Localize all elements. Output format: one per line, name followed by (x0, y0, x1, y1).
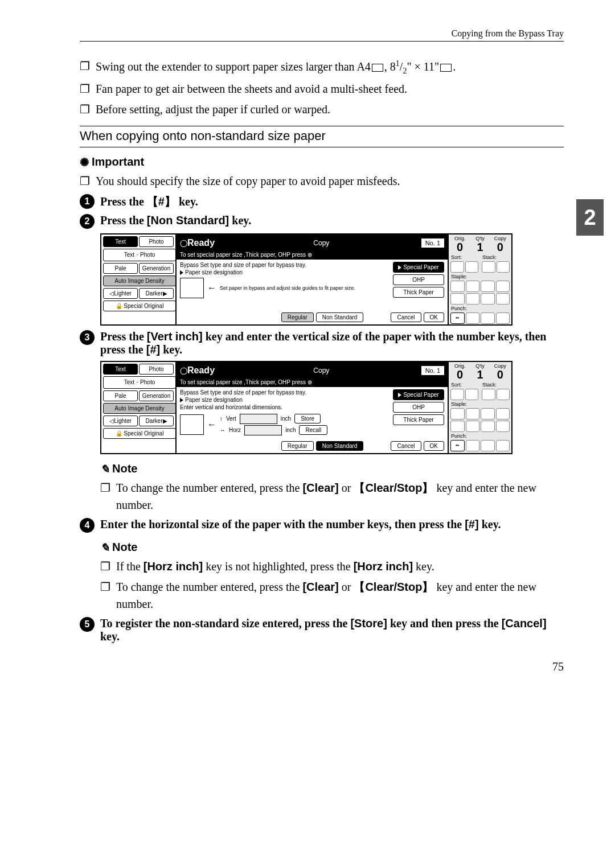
special-paper-button[interactable]: Special Paper (393, 262, 444, 273)
note-icon: ✎ (100, 462, 110, 476)
ohp-button[interactable]: OHP (393, 402, 444, 413)
bullet-text: Swing out the extender to support paper … (96, 57, 456, 77)
step-text: Enter the horizontal size of the paper w… (100, 518, 564, 533)
punch-option-button[interactable]: ⦁⦁ (450, 440, 465, 451)
staple-option-button[interactable] (450, 421, 465, 432)
copy-count: 0 (490, 241, 510, 253)
punch-option-button[interactable] (481, 440, 495, 451)
note-label: Note (112, 462, 137, 475)
horz-input[interactable] (244, 425, 282, 435)
text-photo-button[interactable]: Text・Photo (103, 376, 176, 389)
staple-option-button[interactable] (481, 281, 495, 292)
staple-option-button[interactable] (496, 293, 510, 305)
lighter-button[interactable]: ◁Lighter (103, 416, 138, 426)
tray-diagram-icon (180, 278, 204, 298)
cancel-button[interactable]: Cancel (391, 312, 421, 322)
staple-option-button[interactable] (466, 293, 480, 305)
darker-button[interactable]: Darker▶ (139, 288, 174, 299)
arrow-left-icon: ← (207, 419, 216, 430)
staple-option-button[interactable] (481, 408, 495, 419)
darker-button[interactable]: Darker▶ (139, 416, 174, 426)
enter-dims-label: Enter vertical and horizontal dimensions… (180, 404, 390, 410)
recall-button[interactable]: Recall (299, 425, 327, 435)
staple-option-button[interactable] (450, 408, 465, 419)
staple-option-button[interactable] (466, 421, 480, 432)
generation-button[interactable]: Generation (139, 263, 174, 274)
punch-option-button[interactable] (466, 440, 480, 451)
thick-paper-button[interactable]: Thick Paper (393, 287, 444, 298)
lighter-button[interactable]: ◁Lighter (103, 288, 138, 299)
punch-option-button[interactable] (496, 440, 510, 451)
punch-option-button[interactable] (496, 312, 510, 324)
copier-screen-1: TextPhoto Text・Photo PaleGeneration Auto… (100, 233, 512, 326)
bypass-label: Bypass Set type and size of paper for by… (180, 262, 390, 268)
staple-option-button[interactable] (496, 421, 510, 432)
bypass-label: Bypass Set type and size of paper for by… (180, 389, 390, 396)
staple-option-button[interactable] (496, 408, 510, 419)
step-number-icon: 5 (80, 617, 95, 632)
staple-option-button[interactable] (481, 293, 495, 305)
step-number-icon: 3 (80, 330, 95, 345)
vert-input[interactable] (240, 414, 277, 424)
bullet-icon: ❐ (80, 57, 96, 77)
landscape-icon (372, 64, 383, 72)
text-button[interactable]: Text (103, 236, 138, 247)
ohp-button[interactable]: OHP (393, 274, 444, 285)
ok-button[interactable]: OK (424, 312, 444, 322)
store-button[interactable]: Store (294, 414, 321, 423)
sort-option-button[interactable] (450, 261, 464, 273)
text-button[interactable]: Text (103, 364, 138, 375)
horz-label: Horz (229, 427, 241, 433)
step-text: Press the [Non Standard] key. (100, 214, 564, 229)
punch-label: Punch: (449, 305, 511, 312)
vert-label: Vert (226, 416, 236, 422)
regular-button[interactable]: Regular (281, 441, 314, 451)
staple-option-button[interactable] (450, 293, 465, 305)
text-photo-button[interactable]: Text・Photo (103, 249, 176, 261)
photo-button[interactable]: Photo (139, 236, 174, 247)
punch-option-button[interactable] (466, 312, 480, 324)
staple-option-button[interactable] (466, 281, 480, 292)
step-number-icon: 4 (80, 518, 95, 533)
step-text: To register the non-standard size entere… (100, 617, 564, 643)
staple-option-button[interactable] (481, 421, 495, 432)
bullet-icon: ❐ (100, 479, 116, 513)
job-number: No. 1 (421, 238, 444, 248)
punch-option-button[interactable]: ⦁⦁ (450, 312, 465, 324)
special-paper-button[interactable]: Special Paper (393, 389, 444, 400)
special-original-button[interactable]: 🔒 Special Original (103, 428, 176, 439)
auto-density-button[interactable]: Auto Image Density (103, 275, 176, 286)
ready-label: Ready (187, 238, 215, 248)
punch-option-button[interactable] (481, 312, 495, 324)
staple-option-button[interactable] (450, 281, 465, 292)
regular-button[interactable]: Regular (281, 312, 314, 322)
sort-option-button[interactable] (450, 389, 464, 400)
sort-option-button[interactable] (465, 389, 479, 400)
tray-diagram-icon (180, 414, 204, 435)
stack-option-button[interactable] (482, 389, 495, 400)
stack-option-button[interactable] (497, 389, 510, 400)
important-label: Important (92, 155, 144, 168)
thick-paper-button[interactable]: Thick Paper (393, 414, 444, 425)
auto-density-button[interactable]: Auto Image Density (103, 403, 176, 414)
guides-text: Set paper in bypass and adjust side guid… (220, 285, 355, 291)
special-original-button[interactable]: 🔒 Special Original (103, 301, 176, 311)
staple-option-button[interactable] (496, 281, 510, 292)
updown-icon: ↕ (220, 416, 223, 422)
pale-button[interactable]: Pale (103, 390, 138, 401)
cancel-button[interactable]: Cancel (391, 441, 421, 451)
inch-label: inch (281, 416, 291, 422)
stack-option-button[interactable] (497, 261, 510, 273)
generation-button[interactable]: Generation (139, 390, 174, 401)
triangle-icon (180, 398, 183, 402)
non-standard-button[interactable]: Non Standard (316, 441, 364, 451)
staple-label: Staple: (449, 273, 511, 280)
pale-button[interactable]: Pale (103, 263, 138, 274)
ok-button[interactable]: OK (424, 441, 444, 451)
non-standard-button[interactable]: Non Standard (316, 312, 364, 322)
staple-option-button[interactable] (466, 408, 480, 419)
stack-option-button[interactable] (482, 261, 495, 273)
photo-button[interactable]: Photo (139, 364, 174, 375)
page-number: 75 (80, 660, 564, 673)
sort-option-button[interactable] (465, 261, 479, 273)
